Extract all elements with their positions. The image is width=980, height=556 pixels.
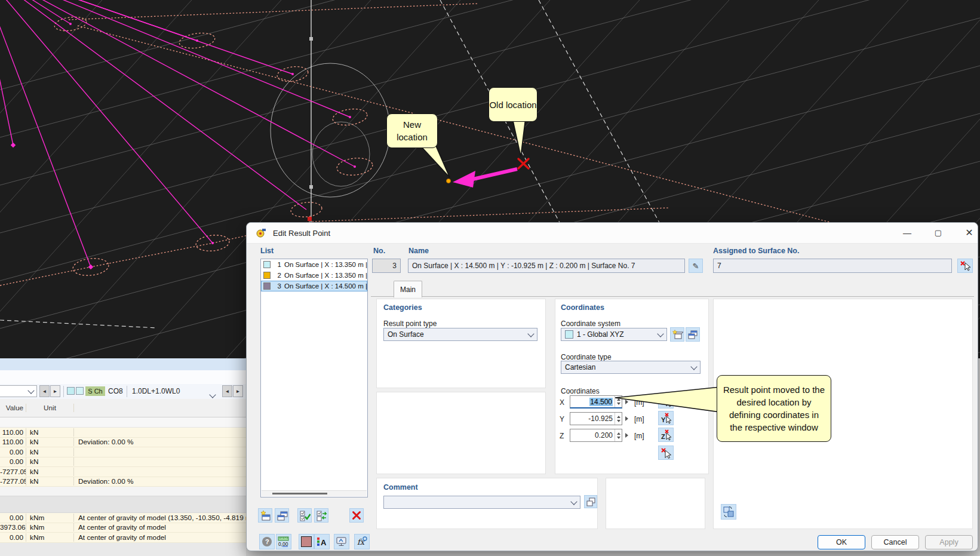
copy-comment-button[interactable] bbox=[584, 495, 597, 508]
result-point-icon bbox=[256, 228, 266, 241]
cell-unit: kNm bbox=[26, 523, 74, 532]
table-row[interactable]: 110.00kN bbox=[0, 428, 246, 438]
dialog-titlebar[interactable]: Edit Result Point — ▢ ✕ bbox=[247, 223, 978, 244]
prev-case-button[interactable]: ◄ bbox=[39, 385, 50, 397]
cancel-button[interactable]: Cancel bbox=[871, 535, 919, 549]
next-case-button[interactable]: ► bbox=[50, 385, 60, 397]
apply-button[interactable]: Apply bbox=[925, 535, 973, 549]
cell-val: 0.00 bbox=[0, 514, 26, 522]
cell-val: 0.00 bbox=[0, 533, 26, 542]
copy-item-button[interactable] bbox=[275, 508, 289, 523]
name-field[interactable]: On Surface | X : 14.500 m | Y : -10.925 … bbox=[408, 259, 685, 273]
cell-val: 3973.06 bbox=[0, 523, 26, 532]
prev-combination-button[interactable]: ◄ bbox=[222, 385, 232, 397]
pick-x-button[interactable] bbox=[658, 394, 674, 408]
coordinates-header: Coordinates bbox=[561, 303, 604, 312]
delete-item-button[interactable] bbox=[349, 508, 364, 523]
results-panel: ◄ ► S Ch CO8 1.0DL+1.0WL0 ◄ ► Value Unit… bbox=[0, 358, 246, 556]
assigned-surface-field[interactable]: 7 bbox=[713, 259, 952, 273]
z-expand-arrow[interactable] bbox=[625, 433, 628, 438]
pick-y-button[interactable]: Y bbox=[658, 411, 674, 425]
results-table[interactable]: Value Unit 110.00kN110.00kNDeviation: 0.… bbox=[0, 399, 246, 556]
cell-val: 0.00 bbox=[0, 457, 26, 466]
table-row[interactable]: 3973.06kNmAt center of gravity of model bbox=[0, 523, 246, 533]
z-coordinate-input[interactable]: 0.200 bbox=[570, 429, 622, 442]
coordinates-panel: Coordinates Coordinate system 1 - Global… bbox=[555, 299, 709, 474]
column-header-unit: Unit bbox=[26, 404, 74, 412]
dialog-title: Edit Result Point bbox=[273, 223, 330, 243]
units-settings-button[interactable]: 0,00 bbox=[276, 534, 291, 549]
x-expand-arrow[interactable] bbox=[625, 400, 628, 404]
table-row[interactable]: 110.00kNDeviation: 0.00 % bbox=[0, 438, 246, 448]
edit-coordinate-system-button[interactable] bbox=[686, 327, 700, 342]
results-toolbar: ◄ ► S Ch CO8 1.0DL+1.0WL0 ◄ ► bbox=[0, 384, 246, 400]
scrollbar-thumb[interactable] bbox=[272, 493, 327, 494]
item-color-swatch bbox=[263, 272, 271, 279]
cell-val: -7277.05 bbox=[0, 468, 26, 476]
y-coordinate-input[interactable]: -10.925 bbox=[570, 412, 622, 425]
table-row[interactable]: 0.00kNmAt center of gravity of model bbox=[0, 533, 246, 543]
x-coordinate-input[interactable]: 14.500 bbox=[570, 395, 622, 408]
result-point-list[interactable]: 1On Surface | X : 13.350 m | Y : -10.350… bbox=[260, 259, 368, 497]
ok-button[interactable]: OK bbox=[818, 535, 865, 549]
loadcase-combo-left[interactable] bbox=[0, 385, 37, 397]
x-spinner[interactable] bbox=[615, 396, 622, 407]
coordinate-type-value: Cartesian bbox=[565, 363, 595, 371]
list-horizontal-scrollbar[interactable] bbox=[262, 490, 367, 496]
comment-header: Comment bbox=[383, 483, 418, 492]
x-value: 14.500 bbox=[589, 398, 613, 406]
cell-val: 110.00 bbox=[0, 428, 26, 437]
coordinate-type-select[interactable]: Cartesian bbox=[561, 361, 701, 374]
axis-handle[interactable] bbox=[309, 37, 313, 41]
new-item-button[interactable] bbox=[258, 508, 272, 523]
pick-point-button[interactable] bbox=[658, 446, 674, 460]
coordinate-system-value: 1 - Global XYZ bbox=[577, 330, 624, 339]
new-coordinate-system-button[interactable] bbox=[670, 327, 684, 342]
chevron-down-icon bbox=[27, 387, 34, 394]
y-label: Y bbox=[560, 415, 564, 423]
list-item[interactable]: 3On Surface | X : 14.500 m | Y : -10.925… bbox=[261, 281, 367, 291]
formula-button[interactable]: fx bbox=[354, 534, 370, 549]
combination-combo[interactable] bbox=[210, 389, 215, 400]
comment-combo[interactable] bbox=[383, 496, 580, 509]
coordinate-type-label: Coordinate type bbox=[561, 353, 612, 361]
cell-unit: kNm bbox=[26, 533, 74, 542]
z-label: Z bbox=[560, 432, 564, 440]
list-item[interactable]: 1On Surface | X : 13.350 m | Y : -10.350… bbox=[261, 259, 367, 270]
color-settings-button[interactable] bbox=[299, 534, 314, 549]
table-row[interactable]: 0.00kNmAt center of gravity of model (13… bbox=[0, 513, 246, 523]
table-row[interactable]: 0.00kN bbox=[0, 457, 246, 468]
coordinate-system-select[interactable]: 1 - Global XYZ bbox=[561, 328, 667, 341]
column-header-value: Value bbox=[0, 404, 26, 412]
edit-name-button[interactable]: ✎ bbox=[689, 259, 703, 273]
y-spinner[interactable] bbox=[615, 413, 622, 425]
y-expand-arrow[interactable] bbox=[625, 416, 628, 421]
z-spinner[interactable] bbox=[615, 429, 622, 441]
minimize-button[interactable]: — bbox=[895, 223, 919, 242]
help-button[interactable]: ? bbox=[259, 534, 275, 549]
axis-handle[interactable] bbox=[309, 185, 313, 189]
show-in-model-button[interactable] bbox=[721, 504, 736, 520]
table-row[interactable]: 0.00kN bbox=[0, 447, 246, 457]
item-color-swatch bbox=[263, 282, 271, 290]
select-all-button[interactable] bbox=[297, 508, 312, 523]
list-item[interactable]: 2On Surface | X : 13.350 m | Y : -10.350… bbox=[261, 270, 367, 281]
table-row[interactable]: -7277.05kNDeviation: 0.00 % bbox=[0, 477, 246, 487]
maximize-button[interactable]: ▢ bbox=[926, 223, 950, 242]
table-row[interactable]: -7277.05kN bbox=[0, 467, 246, 477]
invert-selection-button[interactable] bbox=[314, 508, 328, 523]
view-in-model-button[interactable] bbox=[334, 534, 349, 549]
pick-z-button[interactable]: Z bbox=[658, 428, 674, 442]
result-point-type-select[interactable]: On Surface bbox=[383, 328, 537, 341]
item-number: 3 bbox=[273, 282, 281, 290]
pencil-icon: ✎ bbox=[693, 262, 699, 271]
svg-text:A: A bbox=[321, 538, 327, 547]
tab-main[interactable]: Main bbox=[394, 281, 422, 297]
next-combination-button[interactable]: ► bbox=[233, 385, 243, 397]
categories-panel: Categories Result point type On Surface bbox=[376, 299, 546, 388]
note-callout: Result point moved to the desired locati… bbox=[717, 375, 831, 442]
close-button[interactable]: ✕ bbox=[957, 223, 980, 242]
y-value: -10.925 bbox=[570, 414, 615, 423]
display-properties-button[interactable]: A bbox=[314, 534, 330, 549]
pick-surface-button[interactable] bbox=[957, 259, 973, 273]
